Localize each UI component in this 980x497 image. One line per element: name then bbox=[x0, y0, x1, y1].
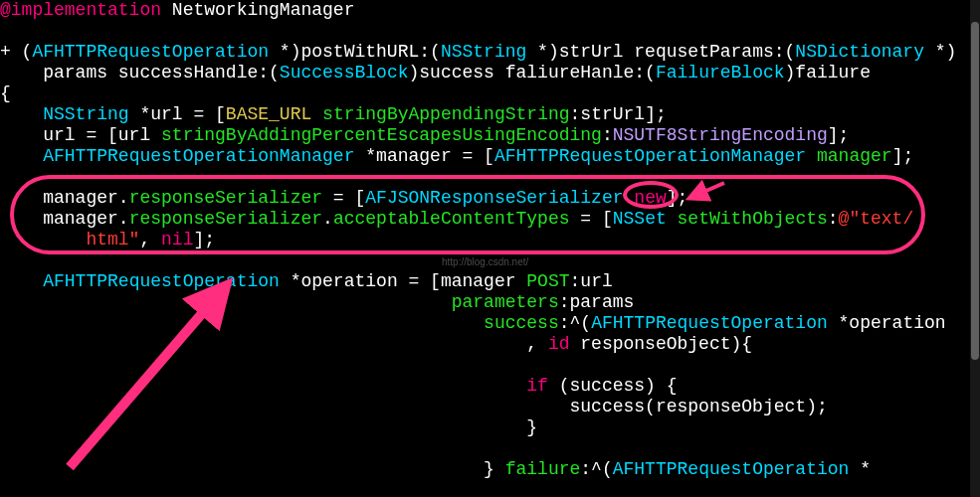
vertical-scrollbar[interactable] bbox=[970, 0, 980, 497]
scrollbar-thumb[interactable] bbox=[971, 22, 979, 360]
code-editor-content: @implementation NetworkingManager + (AFH… bbox=[0, 0, 980, 480]
token-keyword: @implementation bbox=[0, 0, 161, 20]
